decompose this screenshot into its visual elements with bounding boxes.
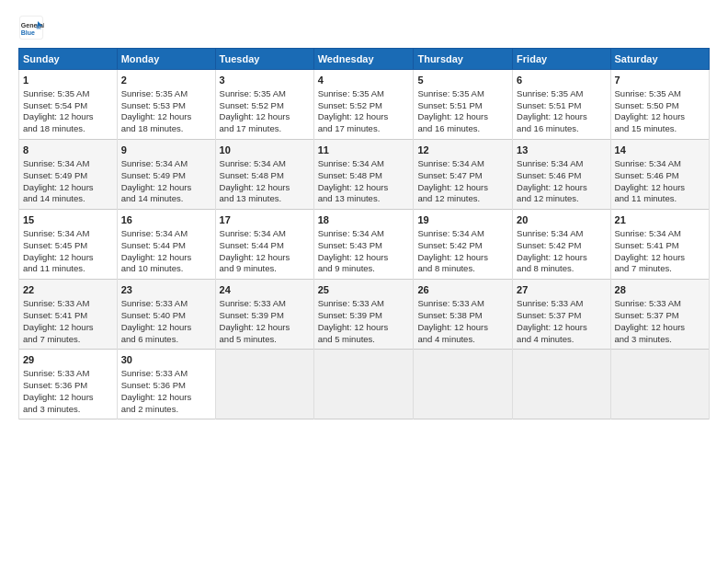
day-info: Sunrise: 5:34 AM Sunset: 5:42 PM Dayligh… [517, 228, 606, 275]
calendar-day-cell [215, 350, 313, 419]
calendar-week-row: 29Sunrise: 5:33 AM Sunset: 5:36 PM Dayli… [19, 350, 710, 419]
day-info: Sunrise: 5:34 AM Sunset: 5:47 PM Dayligh… [417, 158, 508, 205]
day-info: Sunrise: 5:34 AM Sunset: 5:49 PM Dayligh… [23, 158, 113, 205]
weekday-header-wednesday: Wednesday [313, 49, 414, 70]
svg-text:Blue: Blue [21, 29, 35, 36]
calendar-day-cell: 24Sunrise: 5:33 AM Sunset: 5:39 PM Dayli… [215, 280, 313, 350]
day-number: 15 [23, 213, 113, 227]
day-number: 18 [318, 213, 410, 227]
day-info: Sunrise: 5:34 AM Sunset: 5:43 PM Dayligh… [318, 228, 410, 275]
day-info: Sunrise: 5:33 AM Sunset: 5:37 PM Dayligh… [517, 298, 606, 345]
calendar-day-cell: 29Sunrise: 5:33 AM Sunset: 5:36 PM Dayli… [19, 350, 118, 419]
day-info: Sunrise: 5:35 AM Sunset: 5:51 PM Dayligh… [517, 88, 606, 135]
day-number: 22 [23, 283, 113, 297]
day-number: 7 [615, 74, 705, 87]
calendar-day-cell: 30Sunrise: 5:33 AM Sunset: 5:36 PM Dayli… [117, 350, 215, 419]
day-number: 9 [121, 144, 211, 157]
day-info: Sunrise: 5:33 AM Sunset: 5:36 PM Dayligh… [23, 368, 113, 415]
weekday-header-friday: Friday [513, 49, 610, 70]
day-number: 6 [517, 74, 606, 87]
day-number: 27 [517, 283, 606, 297]
calendar-day-cell: 8Sunrise: 5:34 AM Sunset: 5:49 PM Daylig… [19, 140, 118, 210]
day-info: Sunrise: 5:35 AM Sunset: 5:51 PM Dayligh… [417, 88, 508, 135]
day-number: 5 [417, 74, 508, 87]
day-number: 26 [417, 283, 508, 297]
calendar-day-cell: 27Sunrise: 5:33 AM Sunset: 5:37 PM Dayli… [513, 280, 610, 350]
calendar-day-cell: 12Sunrise: 5:34 AM Sunset: 5:47 PM Dayli… [414, 140, 513, 210]
day-info: Sunrise: 5:35 AM Sunset: 5:52 PM Dayligh… [318, 88, 410, 135]
day-number: 12 [417, 144, 508, 157]
day-number: 29 [23, 353, 113, 367]
calendar-day-cell [313, 350, 414, 419]
calendar-day-cell: 11Sunrise: 5:34 AM Sunset: 5:48 PM Dayli… [313, 140, 414, 210]
calendar-day-cell: 20Sunrise: 5:34 AM Sunset: 5:42 PM Dayli… [513, 210, 610, 280]
day-info: Sunrise: 5:35 AM Sunset: 5:53 PM Dayligh… [121, 88, 211, 135]
day-info: Sunrise: 5:33 AM Sunset: 5:38 PM Dayligh… [417, 298, 508, 345]
calendar-day-cell: 21Sunrise: 5:34 AM Sunset: 5:41 PM Dayli… [610, 210, 709, 280]
weekday-header-row: SundayMondayTuesdayWednesdayThursdayFrid… [19, 49, 710, 70]
calendar-day-cell [414, 350, 513, 419]
day-info: Sunrise: 5:35 AM Sunset: 5:52 PM Dayligh… [220, 88, 310, 135]
calendar-week-row: 1Sunrise: 5:35 AM Sunset: 5:54 PM Daylig… [19, 70, 710, 140]
day-number: 16 [121, 213, 211, 227]
day-info: Sunrise: 5:33 AM Sunset: 5:39 PM Dayligh… [318, 298, 410, 345]
weekday-header-tuesday: Tuesday [215, 49, 313, 70]
day-info: Sunrise: 5:33 AM Sunset: 5:36 PM Dayligh… [121, 368, 211, 415]
calendar-table: SundayMondayTuesdayWednesdayThursdayFrid… [18, 48, 710, 419]
calendar-day-cell: 22Sunrise: 5:33 AM Sunset: 5:41 PM Dayli… [19, 280, 118, 350]
calendar-day-cell [610, 350, 709, 419]
calendar-day-cell: 5Sunrise: 5:35 AM Sunset: 5:51 PM Daylig… [414, 70, 513, 140]
calendar-day-cell: 28Sunrise: 5:33 AM Sunset: 5:37 PM Dayli… [610, 280, 709, 350]
day-number: 20 [517, 213, 606, 227]
day-number: 21 [615, 213, 705, 227]
calendar-day-cell: 13Sunrise: 5:34 AM Sunset: 5:46 PM Dayli… [513, 140, 610, 210]
day-number: 24 [220, 283, 310, 297]
calendar-day-cell [513, 350, 610, 419]
weekday-header-thursday: Thursday [414, 49, 513, 70]
day-number: 10 [220, 144, 310, 157]
logo: General Blue [18, 15, 44, 40]
logo-icon: General Blue [18, 15, 44, 40]
day-number: 2 [121, 74, 211, 87]
day-number: 28 [615, 283, 705, 297]
weekday-header-sunday: Sunday [19, 49, 118, 70]
day-number: 13 [517, 144, 606, 157]
day-info: Sunrise: 5:34 AM Sunset: 5:48 PM Dayligh… [318, 158, 410, 205]
day-number: 25 [318, 283, 410, 297]
calendar-day-cell: 15Sunrise: 5:34 AM Sunset: 5:45 PM Dayli… [19, 210, 118, 280]
day-number: 11 [318, 144, 410, 157]
header: General Blue [18, 15, 710, 40]
day-number: 1 [23, 74, 113, 87]
day-info: Sunrise: 5:34 AM Sunset: 5:41 PM Dayligh… [615, 228, 705, 275]
calendar-week-row: 15Sunrise: 5:34 AM Sunset: 5:45 PM Dayli… [19, 210, 710, 280]
calendar-day-cell: 2Sunrise: 5:35 AM Sunset: 5:53 PM Daylig… [117, 70, 215, 140]
day-info: Sunrise: 5:35 AM Sunset: 5:50 PM Dayligh… [615, 88, 705, 135]
calendar-week-row: 22Sunrise: 5:33 AM Sunset: 5:41 PM Dayli… [19, 280, 710, 350]
page: General Blue SundayMondayTuesdayWednesda… [0, 0, 728, 563]
calendar-day-cell: 18Sunrise: 5:34 AM Sunset: 5:43 PM Dayli… [313, 210, 414, 280]
day-info: Sunrise: 5:35 AM Sunset: 5:54 PM Dayligh… [23, 88, 113, 135]
calendar-day-cell: 6Sunrise: 5:35 AM Sunset: 5:51 PM Daylig… [513, 70, 610, 140]
day-info: Sunrise: 5:34 AM Sunset: 5:46 PM Dayligh… [517, 158, 606, 205]
day-info: Sunrise: 5:33 AM Sunset: 5:39 PM Dayligh… [220, 298, 310, 345]
day-number: 17 [220, 213, 310, 227]
day-info: Sunrise: 5:33 AM Sunset: 5:41 PM Dayligh… [23, 298, 113, 345]
day-number: 3 [220, 74, 310, 87]
calendar-day-cell: 17Sunrise: 5:34 AM Sunset: 5:44 PM Dayli… [215, 210, 313, 280]
day-number: 23 [121, 283, 211, 297]
day-info: Sunrise: 5:34 AM Sunset: 5:44 PM Dayligh… [220, 228, 310, 275]
calendar-day-cell: 25Sunrise: 5:33 AM Sunset: 5:39 PM Dayli… [313, 280, 414, 350]
day-info: Sunrise: 5:34 AM Sunset: 5:46 PM Dayligh… [615, 158, 705, 205]
day-info: Sunrise: 5:34 AM Sunset: 5:44 PM Dayligh… [121, 228, 211, 275]
day-info: Sunrise: 5:34 AM Sunset: 5:49 PM Dayligh… [121, 158, 211, 205]
weekday-header-saturday: Saturday [610, 49, 709, 70]
day-info: Sunrise: 5:33 AM Sunset: 5:40 PM Dayligh… [121, 298, 211, 345]
day-number: 30 [121, 353, 211, 367]
calendar-day-cell: 14Sunrise: 5:34 AM Sunset: 5:46 PM Dayli… [610, 140, 709, 210]
day-number: 14 [615, 144, 705, 157]
calendar-day-cell: 1Sunrise: 5:35 AM Sunset: 5:54 PM Daylig… [19, 70, 118, 140]
day-info: Sunrise: 5:34 AM Sunset: 5:45 PM Dayligh… [23, 228, 113, 275]
calendar-week-row: 8Sunrise: 5:34 AM Sunset: 5:49 PM Daylig… [19, 140, 710, 210]
calendar-day-cell: 7Sunrise: 5:35 AM Sunset: 5:50 PM Daylig… [610, 70, 709, 140]
day-number: 19 [417, 213, 508, 227]
